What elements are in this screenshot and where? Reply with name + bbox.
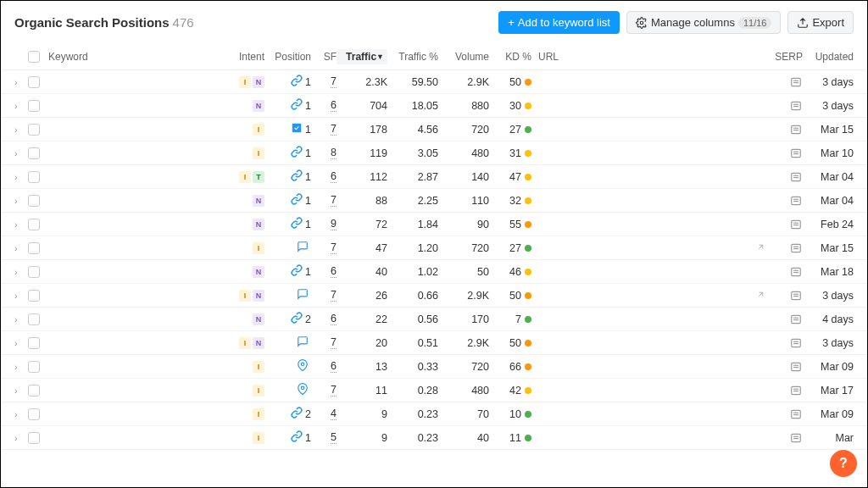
kd-cell: 50	[489, 76, 531, 88]
expand-icon[interactable]: ›	[14, 362, 18, 372]
expand-icon[interactable]: ›	[14, 291, 18, 301]
traffic-cell: 9	[337, 432, 387, 444]
serp-cell[interactable]	[769, 385, 803, 396]
row-checkbox[interactable]	[28, 171, 40, 183]
serp-cell[interactable]	[769, 361, 803, 373]
expand-icon[interactable]: ›	[14, 172, 18, 182]
volume-cell: 170	[438, 313, 489, 325]
position-cell: 1	[264, 169, 311, 184]
col-position[interactable]: Position	[264, 51, 311, 63]
sf-cell: 6	[311, 170, 337, 183]
kd-cell: 27	[489, 242, 531, 254]
serp-cell[interactable]	[769, 266, 803, 278]
kd-difficulty-dot	[525, 221, 531, 228]
external-link-icon[interactable]	[756, 290, 765, 302]
col-traffic[interactable]: Traffic ▼	[337, 49, 387, 64]
expand-icon[interactable]: ›	[14, 77, 18, 87]
sf-cell: 6	[311, 360, 337, 373]
volume-cell: 50	[438, 266, 489, 278]
serp-cell[interactable]	[769, 290, 803, 302]
serp-cell[interactable]	[769, 432, 803, 444]
row-checkbox[interactable]	[28, 100, 40, 112]
col-keyword[interactable]: Keyword	[48, 51, 218, 63]
col-sf[interactable]: SF	[311, 51, 337, 63]
row-checkbox[interactable]	[28, 266, 40, 278]
expand-icon[interactable]: ›	[14, 385, 18, 396]
position-type-icon	[291, 75, 303, 89]
row-checkbox[interactable]	[28, 242, 40, 254]
col-intent[interactable]: Intent	[218, 51, 264, 63]
svg-point-42	[301, 386, 304, 390]
serp-cell[interactable]	[769, 195, 803, 207]
serp-cell[interactable]	[769, 313, 803, 325]
col-kd[interactable]: KD %	[489, 51, 531, 63]
position-type-icon	[291, 217, 303, 231]
col-trafficpct[interactable]: Traffic %	[387, 51, 438, 63]
expand-icon[interactable]: ›	[14, 219, 18, 230]
updated-cell: 3 days	[803, 76, 854, 88]
col-volume[interactable]: Volume	[438, 51, 489, 63]
expand-icon[interactable]: ›	[14, 433, 18, 443]
table-row: › IT 1 6 112 2.87 140 47 Mar 04	[1, 165, 867, 189]
export-button[interactable]: Export	[787, 11, 854, 34]
trafficpct-cell: 3.05	[387, 147, 438, 159]
table-row: › N 1 6 40 1.02 50 46 Mar 18	[1, 260, 867, 284]
intent-badge-n: N	[253, 266, 264, 278]
volume-cell: 2.9K	[438, 76, 489, 88]
traffic-cell: 22	[337, 313, 387, 325]
row-checkbox[interactable]	[28, 76, 40, 88]
serp-cell[interactable]	[769, 147, 803, 159]
row-checkbox[interactable]	[28, 219, 40, 230]
col-updated[interactable]: Updated	[803, 51, 854, 63]
serp-cell[interactable]	[769, 219, 803, 230]
row-checkbox[interactable]	[28, 195, 40, 207]
serp-cell[interactable]	[769, 242, 803, 254]
help-button[interactable]: ?	[830, 450, 857, 477]
col-url[interactable]: URL	[531, 51, 752, 63]
serp-cell[interactable]	[769, 76, 803, 88]
serp-cell[interactable]	[769, 100, 803, 112]
kd-cell: 55	[489, 219, 531, 230]
serp-cell[interactable]	[769, 408, 803, 420]
external-link-icon[interactable]	[756, 242, 765, 254]
export-icon	[797, 17, 809, 29]
expand-icon[interactable]: ›	[14, 409, 18, 419]
traffic-cell: 9	[337, 408, 387, 420]
row-checkbox[interactable]	[28, 337, 40, 349]
row-checkbox[interactable]	[28, 313, 40, 325]
header-actions: + Add to keyword list Manage columns 11/…	[498, 11, 854, 34]
manage-columns-button[interactable]: Manage columns 11/16	[626, 11, 782, 34]
volume-cell: 880	[438, 100, 489, 112]
traffic-cell: 178	[337, 124, 387, 136]
serp-cell[interactable]	[769, 337, 803, 349]
expand-icon[interactable]: ›	[14, 267, 18, 277]
intent-cell: N	[218, 313, 264, 325]
position-type-icon	[291, 407, 303, 421]
row-checkbox[interactable]	[28, 147, 40, 159]
expand-icon[interactable]: ›	[14, 196, 18, 206]
serp-cell[interactable]	[769, 124, 803, 136]
row-checkbox[interactable]	[28, 408, 40, 420]
col-serp[interactable]: SERP	[769, 51, 803, 63]
expand-icon[interactable]: ›	[14, 101, 18, 111]
expand-icon[interactable]: ›	[14, 148, 18, 158]
updated-cell: Mar 09	[803, 361, 854, 373]
select-all-checkbox[interactable]	[28, 51, 40, 63]
trafficpct-cell: 1.20	[387, 242, 438, 254]
expand-icon[interactable]: ›	[14, 338, 18, 348]
row-checkbox[interactable]	[28, 432, 40, 444]
traffic-cell: 47	[337, 242, 387, 254]
expand-icon[interactable]: ›	[14, 125, 18, 135]
serp-cell[interactable]	[769, 171, 803, 183]
add-to-keyword-list-button[interactable]: + Add to keyword list	[498, 11, 620, 34]
row-checkbox[interactable]	[28, 290, 40, 302]
kd-difficulty-dot	[525, 435, 531, 441]
kd-cell: 42	[489, 385, 531, 396]
row-checkbox[interactable]	[28, 385, 40, 396]
position-cell	[264, 288, 311, 302]
expand-icon[interactable]: ›	[14, 243, 18, 253]
row-checkbox[interactable]	[28, 361, 40, 373]
expand-icon[interactable]: ›	[14, 314, 18, 324]
intent-badge-n: N	[253, 219, 264, 230]
row-checkbox[interactable]	[28, 124, 40, 136]
